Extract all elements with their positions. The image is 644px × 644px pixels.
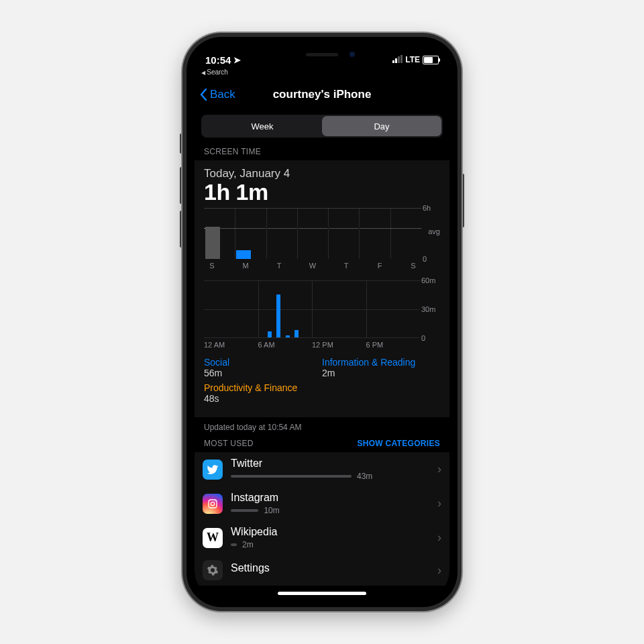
usage-bar [231, 475, 352, 478]
status-time: 10:54 [205, 54, 231, 66]
app-name: Wikipedia [231, 526, 436, 538]
usage-value: 10m [264, 506, 279, 515]
app-row-twitter[interactable]: Twitter43m› [195, 452, 449, 486]
nav-bar: Back courtney's iPhone [195, 80, 449, 109]
breadcrumb-back[interactable]: Search [201, 68, 228, 76]
segment-week[interactable]: Week [203, 116, 322, 136]
usage-value: 43m [357, 472, 372, 481]
total-time: 1h 1m [204, 179, 440, 205]
chevron-right-icon: › [436, 496, 443, 511]
section-header-most-used: MOST USED [204, 439, 254, 448]
cat-social-label: Social [204, 357, 322, 368]
screen-time-panel: Today, January 4 1h 1m avg 6h 0 SMTWTFS [195, 160, 449, 417]
cat-social-value: 56m [204, 368, 322, 378]
category-breakdown: Social 56m Information & Reading 2m Prod… [204, 357, 440, 408]
app-row-settings[interactable]: Settings› [195, 555, 449, 586]
wk-x-tick: T [271, 262, 287, 272]
wk-x-tick: M [237, 262, 254, 272]
segment-day[interactable]: Day [322, 116, 441, 136]
chevron-right-icon: › [436, 462, 443, 476]
wk-x-tick: S [204, 262, 220, 272]
hr-y-mid: 30m [421, 305, 435, 313]
wk-x-tick: S [405, 262, 421, 272]
app-name: Twitter [231, 458, 436, 470]
weekly-chart: avg 6h 0 SMTWTFS [204, 208, 440, 272]
wk-x-tick: T [338, 262, 354, 272]
chevron-left-icon [199, 88, 208, 101]
wk-y-bot: 0 [423, 255, 427, 263]
notch [258, 45, 386, 64]
hr-x-tick: 6 PM [366, 341, 384, 349]
network-label: LTE [405, 55, 420, 64]
usage-bar [231, 543, 237, 546]
signal-icon [392, 56, 402, 63]
location-icon: ➤ [233, 55, 241, 65]
usage-bar [231, 509, 258, 512]
cat-prod-value: 48s [204, 393, 322, 404]
hourly-chart: 60m 30m 0 12 AM6 AM12 PM6 PM [204, 280, 440, 352]
battery-icon [423, 56, 439, 64]
chevron-right-icon: › [436, 564, 443, 578]
cat-prod-label: Productivity & Finance [204, 382, 322, 393]
section-header-screen-time: SCREEN TIME [195, 147, 449, 160]
svg-point-2 [215, 500, 215, 501]
time-range-segmented: Week Day [201, 115, 443, 138]
app-row-wikipedia[interactable]: WWikipedia2m› [195, 521, 449, 555]
svg-point-1 [211, 502, 214, 505]
hr-x-tick: 12 AM [204, 341, 225, 349]
screen: 10:54 ➤ LTE Search Back [195, 45, 449, 599]
wk-x-tick: F [372, 262, 388, 272]
app-name: Settings [231, 562, 436, 574]
updated-text: Updated today at 10:54 AM [195, 417, 449, 439]
home-indicator[interactable] [278, 592, 366, 595]
chevron-right-icon: › [436, 531, 443, 545]
hr-y-top: 60m [421, 276, 435, 284]
date-line: Today, January 4 [204, 167, 440, 180]
back-label: Back [210, 88, 235, 101]
hr-x-tick: 6 AM [258, 341, 275, 349]
cat-info-value: 2m [322, 368, 440, 378]
settings-icon [203, 560, 223, 580]
wk-x-tick: W [305, 262, 321, 272]
phone-mockup: 10:54 ➤ LTE Search Back [182, 33, 462, 611]
show-categories-button[interactable]: SHOW CATEGORIES [357, 439, 440, 448]
content-scroll[interactable]: Week Day SCREEN TIME Today, January 4 1h… [195, 109, 449, 599]
most-used-list: Twitter43m›Instagram10m›WWikipedia2m›Set… [195, 452, 449, 586]
instagram-icon [203, 494, 223, 514]
app-row-instagram[interactable]: Instagram10m› [195, 486, 449, 521]
hr-y-bot: 0 [421, 334, 425, 342]
cat-info-label: Information & Reading [322, 357, 440, 368]
twitter-icon [203, 460, 223, 480]
usage-value: 2m [242, 540, 254, 549]
back-button[interactable]: Back [199, 88, 235, 101]
hr-x-tick: 12 PM [312, 341, 333, 349]
wk-y-top: 6h [423, 204, 431, 212]
wikipedia-icon: W [203, 528, 223, 548]
svg-rect-0 [209, 500, 217, 508]
side-button [462, 174, 464, 227]
breadcrumb-label: Search [207, 68, 228, 76]
app-name: Instagram [231, 492, 436, 504]
